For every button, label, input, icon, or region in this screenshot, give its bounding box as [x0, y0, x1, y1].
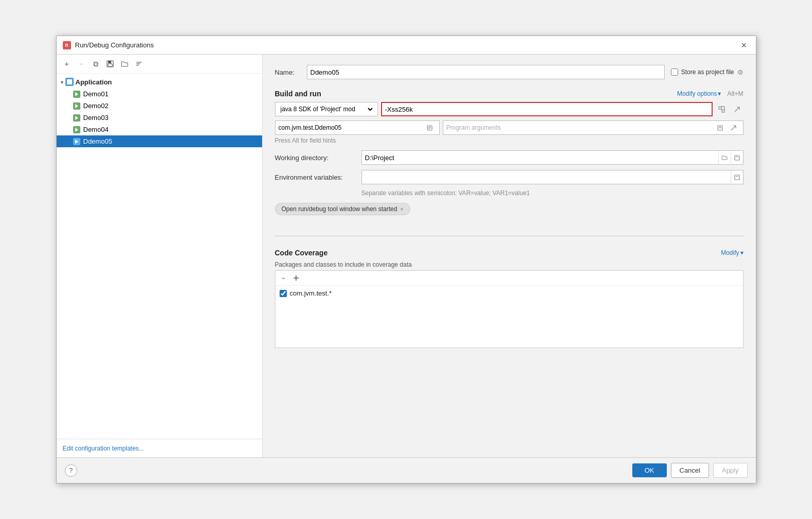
item-label-demo04: Demo04 — [83, 126, 109, 133]
program-args-placeholder: Program arguments — [446, 124, 501, 131]
vm-options-open-btn[interactable] — [731, 103, 744, 115]
packages-label: Packages and classes to include in cover… — [275, 261, 744, 268]
sidebar-footer: Edit configuration templates... — [57, 439, 262, 457]
working-dir-input[interactable] — [362, 153, 718, 163]
build-run-section: Build and run Modify options ▾ Alt+M jav… — [275, 90, 744, 223]
dialog-icon: R — [63, 41, 71, 49]
env-vars-label: Environment variables: — [275, 174, 357, 181]
remove-config-button[interactable]: − — [75, 58, 88, 70]
ok-button[interactable]: OK — [632, 463, 667, 477]
sidebar-item-demo02[interactable]: Demo02 — [57, 100, 262, 112]
edit-templates-link[interactable]: Edit configuration templates... — [63, 445, 144, 452]
name-store-row: Name: Store as project file ⚙ — [275, 65, 744, 79]
folder-config-button[interactable] — [118, 58, 131, 70]
sidebar-item-ddemo05[interactable]: Ddemo05 — [57, 135, 262, 147]
svg-rect-1 — [108, 61, 111, 63]
working-dir-browse-btn[interactable] — [731, 151, 743, 164]
dialog-footer: ? OK Cancel Apply — [57, 457, 756, 483]
tool-window-chip[interactable]: Open run/debug tool window when started … — [275, 203, 410, 215]
sdk-vm-row: java 8 SDK of 'Project' mod — [275, 102, 744, 116]
gear-icon[interactable]: ⚙ — [737, 68, 744, 76]
svg-marker-11 — [75, 140, 78, 144]
close-button[interactable]: ✕ — [738, 40, 750, 51]
svg-marker-8 — [75, 104, 78, 108]
application-group-header[interactable]: ▾ Application — [57, 76, 262, 88]
sdk-dropdown[interactable]: java 8 SDK of 'Project' mod — [279, 105, 374, 113]
sort-config-button[interactable] — [133, 58, 145, 70]
sidebar-list: ▾ Application Demo01 — [57, 74, 262, 439]
item-icon-ddemo05 — [73, 138, 80, 145]
sdk-select[interactable]: java 8 SDK of 'Project' mod — [275, 102, 378, 116]
item-label-ddemo05: Ddemo05 — [83, 137, 112, 145]
add-config-button[interactable]: + — [61, 58, 73, 70]
env-vars-input[interactable] — [362, 172, 731, 182]
vm-options-input[interactable] — [381, 102, 713, 116]
svg-rect-23 — [735, 155, 739, 160]
coverage-add-btn[interactable] — [291, 273, 301, 283]
svg-rect-25 — [735, 175, 739, 180]
code-coverage-section: Code Coverage Modify ▾ Packages and clas… — [275, 249, 744, 348]
cancel-button[interactable]: Cancel — [671, 463, 709, 478]
sidebar-item-demo01[interactable]: Demo01 — [57, 88, 262, 100]
working-dir-field[interactable] — [361, 150, 744, 165]
build-run-header: Build and run Modify options ▾ Alt+M — [275, 90, 744, 98]
title-bar-left: R Run/Debug Configurations — [63, 41, 154, 49]
coverage-item: com.jvm.test.* — [278, 288, 741, 299]
item-label-demo01: Demo01 — [83, 90, 109, 98]
title-bar: R Run/Debug Configurations ✕ — [57, 36, 756, 55]
footer-right: OK Cancel Apply — [632, 463, 748, 478]
main-class-browse-btn[interactable] — [424, 122, 436, 134]
help-button[interactable]: ? — [65, 464, 77, 477]
modify-options-label: Modify options — [677, 90, 717, 97]
item-icon-demo01 — [73, 91, 80, 98]
name-label: Name: — [275, 68, 301, 76]
item-icon-demo03 — [73, 114, 80, 122]
env-vars-field[interactable] — [361, 170, 744, 184]
svg-marker-10 — [75, 128, 78, 132]
group-icon — [65, 78, 74, 86]
working-dir-row: Working directory: — [275, 150, 744, 165]
save-config-button[interactable] — [104, 58, 116, 70]
copy-config-button[interactable]: ⧉ — [90, 58, 102, 70]
env-vars-browse-btn[interactable] — [731, 170, 743, 184]
apply-button[interactable]: Apply — [713, 463, 748, 478]
vm-options-expand-btn[interactable] — [716, 103, 728, 115]
item-icon-demo04 — [73, 126, 80, 133]
help-icon: ? — [69, 466, 73, 474]
name-input[interactable] — [307, 65, 665, 79]
store-project-checkbox[interactable] — [671, 68, 678, 76]
svg-marker-7 — [75, 92, 78, 96]
coverage-item-label: com.jvm.test.* — [290, 289, 332, 297]
chip-close-icon[interactable]: × — [400, 206, 403, 212]
main-panel: Name: Store as project file ⚙ Build and … — [263, 55, 756, 457]
dialog-title: Run/Debug Configurations — [75, 41, 154, 49]
item-label-demo02: Demo02 — [83, 102, 109, 110]
modify-options-link[interactable]: Modify options ▾ — [677, 90, 721, 97]
coverage-list: com.jvm.test.* — [275, 286, 743, 348]
program-args-field[interactable]: Program arguments — [443, 120, 744, 135]
build-run-title: Build and run — [275, 90, 321, 98]
code-coverage-title: Code Coverage — [275, 249, 328, 257]
program-args-browse-btn[interactable] — [714, 122, 727, 134]
coverage-modify-link[interactable]: Modify ▾ — [721, 249, 743, 256]
sidebar: + − ⧉ ▾ — [57, 55, 263, 457]
sidebar-item-demo04[interactable]: Demo04 — [57, 124, 262, 135]
svg-marker-9 — [75, 116, 78, 120]
sidebar-toolbar: + − ⧉ — [57, 55, 262, 74]
svg-rect-12 — [719, 107, 721, 109]
sidebar-item-demo03[interactable]: Demo03 — [57, 112, 262, 124]
chevron-down-icon: ▾ — [718, 90, 721, 97]
coverage-packages-box: − com.jvm.test.* — [275, 270, 744, 348]
class-args-row: com.jvm.test.Ddemo05 Program arguments — [275, 120, 744, 135]
dialog-body: + − ⧉ ▾ — [57, 55, 756, 457]
main-class-field[interactable]: com.jvm.test.Ddemo05 — [275, 120, 440, 135]
coverage-remove-btn[interactable]: − — [279, 273, 289, 283]
store-project-label: Store as project file — [681, 68, 734, 76]
coverage-toolbar: − — [275, 271, 743, 286]
coverage-item-checkbox[interactable] — [280, 290, 287, 297]
working-dir-folder-btn[interactable] — [718, 151, 731, 164]
application-group: ▾ Application Demo01 — [57, 76, 262, 147]
program-args-expand-btn[interactable] — [728, 122, 740, 134]
chevron-down-icon: ▾ — [740, 249, 744, 256]
footer-left: ? — [65, 464, 77, 477]
